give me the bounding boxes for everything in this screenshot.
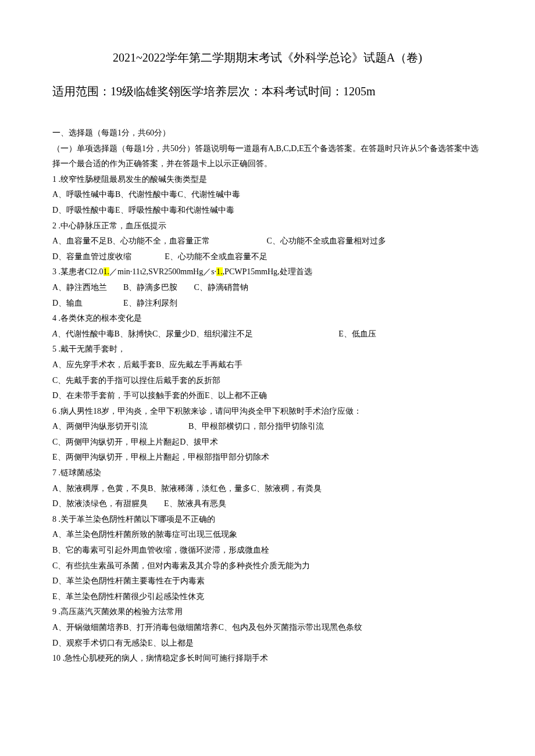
highlight-2: 1.: [216, 267, 223, 276]
q7-stem: 7 .链球菌感染: [52, 465, 483, 481]
q5-options-2: C、先戴手套的手指可以捏住后戴手套的反折部: [52, 373, 483, 389]
q5-options-3: D、在未带手套前，手可以接触手套的外面E、以上都不正确: [52, 388, 483, 404]
q8-options-2: B、它的毒素可引起外周血管收缩，微循环淤滞，形成微血栓: [52, 543, 483, 558]
q4-opt-a-letter: A: [52, 329, 58, 338]
q5-options-1: A、应先穿手术衣，后戴手套B、应先戴左手再戴右手: [52, 357, 483, 373]
q4-opt-abcd: 、代谢性酸中毒B、脉搏快C、尿量少D、组织灌注不足: [58, 329, 254, 338]
exam-title: 2021~2022学年第二学期期末考试《外科学总论》试题A（卷): [52, 46, 483, 69]
q3-options-2: D、输血 E、静注利尿剂: [52, 296, 483, 311]
q3-stem: 3 .某患者CI2.01.／min·11ι2,SVR2500mmHg／s·1.,…: [52, 264, 483, 280]
q2-options-1: A、血容量不足B、心功能不全，血容量正常 C、心功能不全或血容量相对过多: [52, 234, 483, 249]
q8-options-5: E、革兰染色阴性杆菌很少引起感染性休克: [52, 589, 483, 605]
q4-options: A、代谢性酸中毒B、脉搏快C、尿量少D、组织灌注不足 E、低血压: [52, 327, 483, 342]
q8-options-4: D、革兰染色阴性杆菌主要毒性在于内毒素: [52, 574, 483, 589]
q9-stem: 9 .高压蒸汽灭菌效果的检验方法常用: [52, 604, 483, 620]
q6-options-1: A、两侧甲沟纵形切开引流 B、甲根部横切口，部分指甲切除引流: [52, 419, 483, 435]
q2-opt-d: D、容量血管过度收缩: [52, 252, 131, 261]
q4-stem: 4 .各类休克的根本变化是: [52, 311, 483, 327]
q2-options-2: D、容量血管过度收缩 E、心功能不全或血容量不足: [52, 249, 483, 265]
q2-opt-c: C、心功能不全或血容量相对过多: [266, 237, 386, 245]
q8-options-3: C、有些抗生素虽可杀菌，但对内毒素及其介导的多种炎性介质无能为力: [52, 558, 483, 574]
q2-stem: 2 .中心静脉压正常，血压低提示: [52, 218, 483, 234]
q3-stem-e: ,PCWP15mmHg,处理首选: [223, 267, 312, 276]
q6-options-3: E、两侧甲沟纵切开，甲根上片翻起，甲根部指甲部分切除术: [52, 450, 483, 465]
q3-stem-a: 3 .某患者CI2.0: [52, 267, 104, 276]
q10-stem: 10 .急性心肌梗死的病人，病情稳定多长时间可施行择期手术: [52, 651, 483, 667]
q2-opt-ab: A、血容量不足B、心功能不全，血容量正常: [52, 237, 210, 245]
q1-options-1: A、呼吸性碱中毒B、代谢性酸中毒C、代谢性碱中毒: [52, 187, 483, 203]
q3-stem-c: ／min·11ι2,SVR2500mmHg／s·: [109, 267, 216, 276]
q1-stem: 1 .绞窄性肠梗阻最易发生的酸碱失衡类型是: [52, 172, 483, 188]
q7-options-1: A、脓液稠厚，色黄，不臭B、脓液稀薄，淡红色，量多C、脓液稠，有粪臭: [52, 481, 483, 497]
q8-stem: 8 .关于革兰染色阴性杆菌以下哪项是不正确的: [52, 512, 483, 528]
exam-subtitle: 适用范围：19级临雄奖翎医学培养层次：本科考试时间：1205m: [52, 80, 483, 102]
section-1-description: （一）单项选择题（每题1分，共50分）答题说明每一道题有A,B,C,D,E五个备…: [52, 141, 483, 172]
q6-options-2: C、两侧甲沟纵切开，甲根上片翻起D、拔甲术: [52, 435, 483, 450]
q8-options-1: A、革兰染色阴性杆菌所致的脓毒症可出现三低现象: [52, 527, 483, 543]
q3-options-1: A、静注西地兰 B、静滴多巴胺 C、静滴硝普钠: [52, 280, 483, 296]
highlight-1: 1.: [104, 267, 110, 276]
q9-options-1: A、开锅做细菌培养B、打开消毒包做细菌培养C、包内及包外灭菌指示带出现黑色条纹: [52, 620, 483, 636]
q4-opt-e: E、低血压: [338, 329, 376, 338]
q5-stem: 5 .戴干无菌手套时，: [52, 342, 483, 357]
section-1-heading: 一、选择题（每题1分，共60分）: [52, 126, 483, 141]
q2-opt-e: E、心功能不全或血容量不足: [165, 252, 268, 261]
q9-options-2: D、观察手术切口有无感染E、以上都是: [52, 636, 483, 651]
q6-stem: 6 .病人男性18岁，甲沟炎，全甲下积脓来诊，请问甲沟炎全甲下积脓时手术治疗应做…: [52, 404, 483, 420]
q1-options-2: D、呼吸性酸中毒E、呼吸性酸中毒和代谢性碱中毒: [52, 203, 483, 218]
q7-options-2: D、脓液淡绿色，有甜腥臭 E、脓液具有恶臭: [52, 496, 483, 512]
